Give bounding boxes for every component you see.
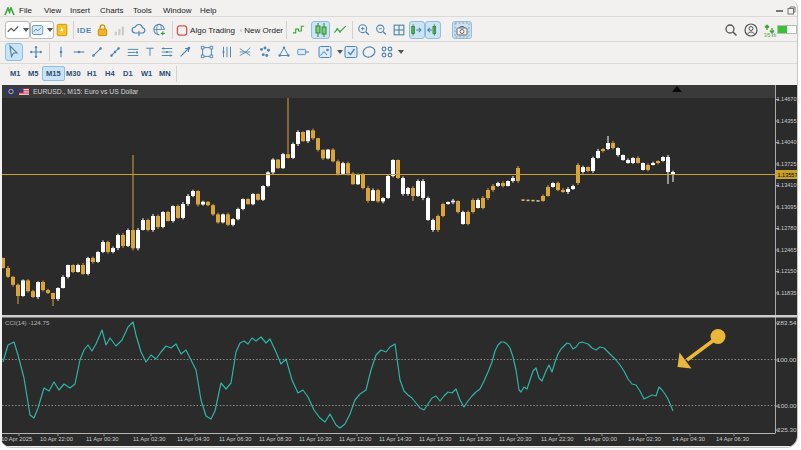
svg-text:1.13410: 1.13410 <box>777 182 797 188</box>
svg-text:1.13725: 1.13725 <box>777 161 797 167</box>
svg-text:1.13557: 1.13557 <box>778 172 798 178</box>
svg-text:100.00: 100.00 <box>777 357 797 363</box>
svg-text:283.54: 283.54 <box>777 320 798 326</box>
svg-text:11 Apr 10:30: 11 Apr 10:30 <box>299 436 331 442</box>
svg-text:11 Apr 12:00: 11 Apr 12:00 <box>339 436 371 442</box>
svg-text:11 Apr 06:30: 11 Apr 06:30 <box>219 436 251 442</box>
svg-text:10 Apr 22:00: 10 Apr 22:00 <box>40 436 73 442</box>
svg-text:-225.30: -225.30 <box>775 427 797 433</box>
svg-text:11 Apr 18:30: 11 Apr 18:30 <box>459 436 491 442</box>
svg-text:11 Apr 00:30: 11 Apr 00:30 <box>86 436 118 442</box>
svg-text:3/5 kb: 3/5 kb <box>764 33 777 38</box>
svg-text:14 Apr 04:30: 14 Apr 04:30 <box>672 436 705 442</box>
svg-text:1.11835: 1.11835 <box>777 290 797 296</box>
svg-text:1.12780: 1.12780 <box>777 225 797 231</box>
svg-text:11 Apr 20:30: 11 Apr 20:30 <box>499 436 531 442</box>
svg-text:11 Apr 08:30: 11 Apr 08:30 <box>259 436 291 442</box>
svg-text:14 Apr 02:30: 14 Apr 02:30 <box>628 436 661 442</box>
svg-text:11 Apr 02:30: 11 Apr 02:30 <box>133 436 165 442</box>
svg-text:11 Apr 16:30: 11 Apr 16:30 <box>419 436 451 442</box>
svg-text:CCI(14) -124.75: CCI(14) -124.75 <box>5 319 50 326</box>
svg-text:1.12150: 1.12150 <box>777 268 797 274</box>
svg-text:11 Apr 22:30: 11 Apr 22:30 <box>541 436 573 442</box>
svg-text:1.12465: 1.12465 <box>777 247 797 253</box>
svg-text:1.13095: 1.13095 <box>777 204 797 210</box>
svg-text:1.14670: 1.14670 <box>777 96 797 102</box>
svg-text:1.14040: 1.14040 <box>777 139 797 145</box>
svg-text:11 Apr 04:30: 11 Apr 04:30 <box>177 436 209 442</box>
svg-text:1.14355: 1.14355 <box>777 118 797 124</box>
svg-text:11 Apr 14:30: 11 Apr 14:30 <box>379 436 411 442</box>
svg-text:-100.00: -100.00 <box>775 403 797 409</box>
svg-text:EURUSD., M15: Euro vs US Doll: EURUSD., M15: Euro vs US Dollar <box>33 88 139 95</box>
svg-text:14 Apr 06:30: 14 Apr 06:30 <box>716 436 749 442</box>
svg-text:10 Apr 2025: 10 Apr 2025 <box>2 436 32 442</box>
svg-text:14 Apr 00:00: 14 Apr 00:00 <box>584 436 617 442</box>
